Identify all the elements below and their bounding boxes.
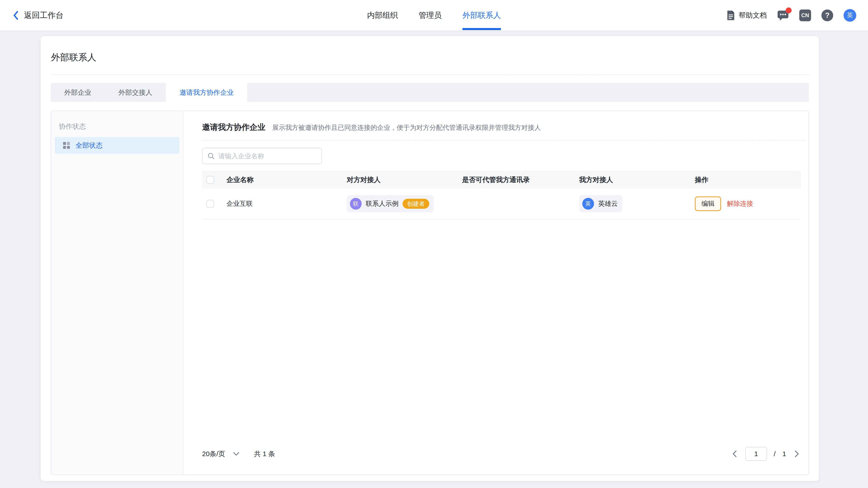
document-icon bbox=[726, 10, 736, 21]
help-button[interactable]: ? bbox=[822, 9, 833, 21]
our-contact-name: 英雄云 bbox=[598, 199, 618, 208]
sidebar-item-label: 全部状态 bbox=[75, 141, 103, 150]
top-header: 返回工作台 内部组织 管理员 外部联系人 帮助文档 bbox=[0, 0, 868, 31]
section-heading: 邀请我方协作企业 bbox=[202, 122, 266, 132]
sidebar-item-all-status[interactable]: 全部状态 bbox=[55, 137, 180, 154]
sidebar-group-label: 协作状态 bbox=[55, 119, 180, 137]
question-mark-icon: ? bbox=[822, 9, 833, 21]
disconnect-link[interactable]: 解除连接 bbox=[727, 199, 753, 208]
prev-page-button[interactable] bbox=[731, 450, 739, 458]
page-number-input[interactable] bbox=[745, 447, 767, 461]
page-size-select[interactable]: 20条/页 bbox=[202, 449, 240, 459]
page-title: 外部联系人 bbox=[51, 36, 809, 64]
notification-dot bbox=[786, 7, 792, 13]
table-row: 企业互联 联 联系人示例 创建者 英 英雄云 bbox=[202, 189, 801, 219]
chevron-right-icon bbox=[794, 450, 800, 458]
nav-tab-external-contacts[interactable]: 外部联系人 bbox=[463, 0, 501, 31]
pagination-left: 20条/页 共 1 条 bbox=[202, 449, 275, 459]
col-delegate-directory: 是否可代管我方通讯录 bbox=[454, 175, 571, 185]
main-content: 邀请我方协作企业 展示我方被邀请协作且已同意连接的企业，便于为对方分配代管通讯录… bbox=[184, 111, 809, 475]
header-right-actions: 帮助文档 CN ? 英 bbox=[726, 9, 856, 22]
language-button[interactable]: CN bbox=[799, 9, 811, 21]
total-pages-label: 1 bbox=[782, 450, 786, 458]
page-separator: / bbox=[774, 450, 776, 458]
cell-company-name: 企业互联 bbox=[218, 199, 339, 208]
nav-tab-internal-org[interactable]: 内部组织 bbox=[367, 0, 398, 31]
page-tab-strip: 外部企业 外部交接人 邀请我方协作企业 bbox=[51, 83, 809, 102]
company-search-box bbox=[202, 148, 322, 164]
row-checkbox[interactable] bbox=[206, 200, 214, 208]
col-our-contact: 我方对接人 bbox=[571, 175, 687, 185]
page: 返回工作台 内部组织 管理员 外部联系人 帮助文档 bbox=[0, 0, 868, 488]
company-search-input[interactable] bbox=[218, 152, 316, 160]
companies-table: 企业名称 对方对接人 是否可代管我方通讯录 我方对接人 操作 企业互联 联 联系… bbox=[202, 171, 801, 219]
grid-icon bbox=[62, 141, 70, 150]
heading-row: 邀请我方协作企业 展示我方被邀请协作且已同意连接的企业，便于为对方分配代管通讯录… bbox=[202, 122, 805, 132]
back-to-workbench-link[interactable]: 返回工作台 bbox=[12, 10, 64, 21]
page-size-value: 20条/页 bbox=[202, 449, 225, 459]
col-their-contact: 对方对接人 bbox=[339, 175, 454, 185]
col-actions: 操作 bbox=[687, 175, 801, 185]
tab-external-handover-contacts[interactable]: 外部交接人 bbox=[105, 83, 166, 102]
chevron-left-icon bbox=[732, 450, 738, 458]
help-doc-label: 帮助文档 bbox=[739, 11, 767, 20]
title-divider bbox=[51, 74, 809, 75]
user-avatar[interactable]: 英 bbox=[844, 9, 856, 22]
chevron-down-icon bbox=[233, 452, 240, 456]
tab-invited-collab-companies[interactable]: 邀请我方协作企业 bbox=[166, 83, 247, 102]
collab-status-sidebar: 协作状态 全部状态 bbox=[51, 111, 184, 475]
edit-button[interactable]: 编辑 bbox=[695, 196, 721, 211]
content-card: 外部联系人 外部企业 外部交接人 邀请我方协作企业 协作状态 bbox=[41, 36, 819, 481]
content-panel: 协作状态 全部状态 邀请我方协作企业 展示 bbox=[51, 111, 809, 475]
their-contact-avatar: 联 bbox=[350, 198, 362, 210]
our-contact-chip: 英 英雄云 bbox=[579, 195, 622, 212]
section-description: 展示我方被邀请协作且已同意连接的企业，便于为对方分配代管通讯录权限并管理我方对接… bbox=[272, 123, 541, 132]
pagination-bar: 20条/页 共 1 条 bbox=[202, 446, 801, 462]
their-contact-chip: 联 联系人示例 创建者 bbox=[347, 195, 434, 212]
table-header-row: 企业名称 对方对接人 是否可代管我方通讯录 我方对接人 操作 bbox=[202, 171, 801, 189]
language-badge: CN bbox=[799, 9, 811, 21]
messages-button[interactable] bbox=[777, 10, 789, 21]
tab-external-companies[interactable]: 外部企业 bbox=[51, 83, 105, 102]
select-all-checkbox[interactable] bbox=[206, 176, 214, 184]
heading-divider bbox=[202, 140, 805, 141]
chevron-left-icon bbox=[12, 10, 20, 20]
their-contact-name: 联系人示例 bbox=[366, 199, 399, 208]
help-doc-link[interactable]: 帮助文档 bbox=[726, 10, 767, 21]
top-nav-tabs: 内部组织 管理员 外部联系人 bbox=[367, 0, 501, 31]
our-contact-avatar: 英 bbox=[582, 198, 594, 210]
next-page-button[interactable] bbox=[793, 450, 801, 458]
search-icon bbox=[208, 152, 215, 160]
table-empty-space bbox=[202, 219, 805, 446]
creator-badge: 创建者 bbox=[403, 199, 429, 209]
nav-tab-admins[interactable]: 管理员 bbox=[418, 0, 442, 31]
col-company-name: 企业名称 bbox=[218, 175, 339, 185]
back-label: 返回工作台 bbox=[24, 10, 64, 21]
total-count-label: 共 1 条 bbox=[254, 449, 275, 459]
pagination-right: / 1 bbox=[731, 447, 801, 461]
